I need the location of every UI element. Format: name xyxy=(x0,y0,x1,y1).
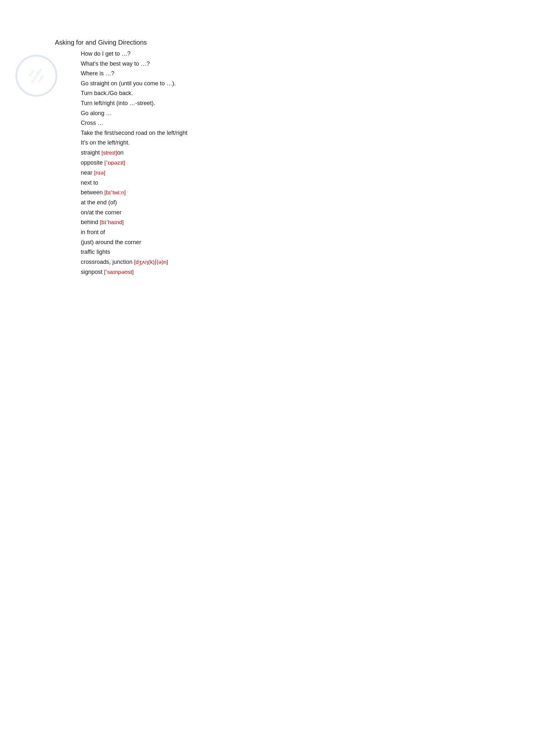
watermark-text: ESLprintable.com xyxy=(25,64,48,87)
word-behind: behind xyxy=(81,219,98,225)
list-item: Cross … xyxy=(81,118,508,128)
word-crossroads: crossroads, junction xyxy=(81,259,133,265)
phonetic-signpost: [ˈsaɪnpəʊst] xyxy=(104,269,134,275)
page-title: Asking for and Giving Directions xyxy=(55,39,508,46)
list-item: Go along … xyxy=(81,108,508,118)
phonetic-behind: [bɪˈhaɪnd] xyxy=(100,219,124,225)
phonetic-near: [nɪə] xyxy=(94,170,105,176)
list-item-behind: behind [bɪˈhaɪnd] xyxy=(81,217,508,227)
list-item: Go straight on (until you come to …). xyxy=(81,79,508,89)
list-item-opposite: opposite [ˈɒpəzɪt] xyxy=(81,158,508,168)
list-item: How do I get to …? xyxy=(81,49,508,59)
word-between: between xyxy=(81,189,103,196)
phonetic-straight: [streɪt] xyxy=(101,150,117,156)
main-content: Asking for and Giving Directions How do … xyxy=(55,39,508,277)
page-container: ESLprintable.com Asking for and Giving D… xyxy=(0,0,534,303)
list-item: Turn left/right (into …-street). xyxy=(81,98,508,108)
list-item: Take the first/second road on the left/r… xyxy=(81,128,508,138)
list-item-crossroads: crossroads, junction [dʒʌŋ(k)ʃ(ə)n] xyxy=(81,257,508,267)
word-signpost: signpost xyxy=(81,269,102,275)
list-item-between: between [bɪˈtwiːn] xyxy=(81,188,508,198)
list-item-next-to: next to xyxy=(81,178,508,188)
suffix-straight: on xyxy=(117,149,124,156)
phonetic-opposite: [ˈɒpəzɪt] xyxy=(104,160,125,166)
list-item-traffic-lights: traffic lights xyxy=(81,247,508,257)
phonetic-crossroads: [dʒʌŋ(k)ʃ(ə)n] xyxy=(134,259,168,265)
list-item-near: near [nɪə] xyxy=(81,168,508,178)
phonetic-between: [bɪˈtwiːn] xyxy=(104,189,126,196)
phrase-list: How do I get to …? What's the best way t… xyxy=(81,49,508,277)
list-item-around-corner: (just) around the corner xyxy=(81,237,508,247)
list-item-at-end: at the end (of) xyxy=(81,198,508,207)
list-item-straight: straight [streɪt]on xyxy=(81,148,508,158)
word-opposite: opposite xyxy=(81,159,103,166)
list-item: Where is …? xyxy=(81,68,508,79)
list-item-in-front: in front of xyxy=(81,227,508,237)
word-near: near xyxy=(81,170,92,176)
list-item: What's the best way to …? xyxy=(81,59,508,69)
list-item-signpost: signpost [ˈsaɪnpəʊst] xyxy=(81,267,508,277)
list-item: It's on the left/right. xyxy=(81,138,508,148)
list-item-corner: on/at the corner xyxy=(81,207,508,218)
list-item: Turn back./Go back. xyxy=(81,88,508,98)
word-straight: straight xyxy=(81,149,100,156)
